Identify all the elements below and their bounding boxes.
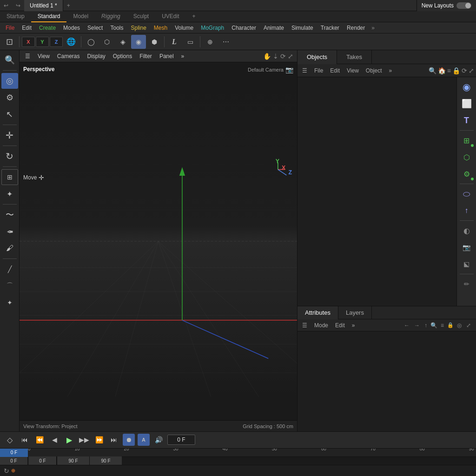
attr-fwd-icon[interactable]: →: [413, 322, 421, 329]
tl-play-btn[interactable]: ▶: [63, 434, 75, 446]
attr-up-icon[interactable]: ↑: [423, 322, 429, 329]
toolbar-mesh-btn[interactable]: ⬢: [147, 35, 162, 49]
expand-icon[interactable]: ⤢: [469, 67, 474, 74]
obj-cube-btn[interactable]: ⬜: [458, 96, 475, 112]
left-live-sel[interactable]: ◎: [1, 73, 18, 89]
coord-z[interactable]: Z: [50, 37, 63, 47]
viewport-canvas[interactable]: Perspective Default Camera 📷 Move ✛: [20, 62, 297, 420]
obj-arrow-btn[interactable]: ↑: [458, 203, 475, 218]
menu-character[interactable]: Character: [228, 22, 260, 33]
toolbar-move-snap[interactable]: ⊕: [203, 35, 218, 49]
left-gear-btn[interactable]: ⚙: [1, 90, 18, 106]
tab-sculpt[interactable]: Sculpt: [127, 11, 155, 22]
attr-hamburger[interactable]: ☰: [299, 320, 310, 331]
tab-model[interactable]: Model: [66, 11, 95, 22]
add-tab-btn[interactable]: +: [63, 2, 74, 9]
left-multi-btn[interactable]: ✦: [1, 186, 18, 202]
tab-attributes[interactable]: Attributes: [298, 306, 338, 319]
attr-lock2-icon[interactable]: 🔒: [447, 322, 454, 329]
menu-spline[interactable]: Spline: [127, 22, 150, 33]
left-particles-btn[interactable]: ✦: [1, 295, 18, 311]
vp-refresh-icon[interactable]: ⟳: [280, 53, 286, 60]
toolbar-more-btn[interactable]: ⋯: [218, 35, 233, 49]
attr-menu-more[interactable]: »: [349, 320, 358, 331]
vp-menu-panel[interactable]: Panel: [158, 53, 176, 60]
tl-current-frame[interactable]: 0 F: [167, 435, 195, 445]
tl-record-btn[interactable]: ⏺: [123, 434, 135, 446]
toolbar-world-btn[interactable]: 🌐: [64, 35, 79, 49]
menu-more[interactable]: »: [369, 25, 377, 31]
toolbar-sphere-btn[interactable]: ◉: [131, 35, 146, 49]
menu-select[interactable]: Select: [84, 22, 106, 33]
tl-key-icon[interactable]: ◇: [4, 434, 16, 446]
attr-menu-edit[interactable]: Edit: [332, 320, 348, 331]
timeline-frames[interactable]: 0 F 0 10 20 30 40 50 60 70 80 90 0 F: [0, 449, 476, 465]
vp-menu-view[interactable]: View: [36, 53, 52, 60]
tab-rigging[interactable]: Rigging: [95, 11, 127, 22]
obj-menu-view[interactable]: View: [344, 66, 362, 76]
menu-tracker[interactable]: Tracker: [317, 22, 343, 33]
vp-expand-icon[interactable]: ⤢: [288, 53, 293, 60]
tl-fwd-btn[interactable]: ▶▶: [78, 434, 90, 446]
menu-animate[interactable]: Animate: [260, 22, 288, 33]
toolbar-rect-btn[interactable]: ▭: [183, 35, 198, 49]
tab-standard[interactable]: Standard: [31, 11, 67, 22]
menu-render[interactable]: Render: [343, 22, 369, 33]
home-icon[interactable]: 🏠: [438, 67, 446, 74]
vp-hand-icon[interactable]: ✋: [263, 53, 271, 60]
tl-step-start-btn[interactable]: ⏮: [19, 434, 31, 446]
attr-list-icon[interactable]: ≡: [439, 322, 445, 329]
tab-uvedit[interactable]: UVEdit: [155, 11, 185, 22]
left-rotate-btn[interactable]: ↻: [1, 148, 18, 164]
attr-back-icon[interactable]: ←: [403, 322, 411, 329]
obj-camera-btn[interactable]: 📷: [458, 239, 475, 255]
menu-mograph[interactable]: MoGraph: [197, 22, 228, 33]
obj-sphere-btn[interactable]: ◉: [458, 79, 475, 95]
attr-circle-icon[interactable]: ◎: [456, 322, 463, 329]
coord-x[interactable]: X: [22, 37, 35, 47]
obj-arc-btn[interactable]: ◐: [458, 223, 475, 238]
menu-mesh[interactable]: Mesh: [150, 22, 171, 33]
tl-back-btn[interactable]: ◀: [48, 434, 60, 446]
menu-modes[interactable]: Modes: [60, 22, 84, 33]
obj-display-btn[interactable]: ⬕: [458, 256, 475, 272]
coord-y[interactable]: Y: [36, 37, 49, 47]
vp-menu-filter[interactable]: Filter: [138, 53, 154, 60]
tab-layers[interactable]: Layers: [338, 306, 372, 319]
obj-edit-btn[interactable]: ✏: [458, 276, 475, 292]
left-brush-btn[interactable]: 🖌: [1, 240, 18, 256]
left-curve-btn[interactable]: ⌒: [1, 278, 18, 294]
vp-menu-cameras[interactable]: Cameras: [55, 53, 82, 60]
toolbar-snap-btn[interactable]: ⊡: [2, 35, 17, 49]
tab-add-workflow[interactable]: +: [186, 11, 202, 22]
tl-prev-key-btn[interactable]: ⏪: [33, 434, 46, 446]
viewport-area[interactable]: ☰ View Cameras Display Options Filter Pa…: [20, 50, 297, 431]
vp-down-icon[interactable]: ⇣: [273, 53, 278, 60]
obj-effector-btn[interactable]: ⚙: [458, 166, 475, 182]
attr-search-icon[interactable]: 🔍: [430, 322, 437, 329]
tl-next-key-btn[interactable]: ⏩: [93, 434, 105, 446]
vp-menu-options[interactable]: Options: [111, 53, 134, 60]
menu-tools[interactable]: Tools: [106, 22, 127, 33]
toolbar-l-btn[interactable]: L: [167, 35, 182, 49]
toolbar-subdiv-btn[interactable]: ◈: [115, 35, 130, 49]
search-icon[interactable]: 🔍: [429, 67, 436, 74]
undo-btn[interactable]: ↩: [0, 0, 12, 11]
lock-icon[interactable]: 🔒: [452, 67, 460, 74]
obj-menu-edit[interactable]: Edit: [327, 66, 343, 76]
menu-simulate[interactable]: Simulate: [288, 22, 317, 33]
left-scale-btn[interactable]: ⊞: [1, 169, 18, 185]
layouts-toggle[interactable]: [456, 2, 471, 9]
document-tab-active[interactable]: Untitled 1 *: [24, 0, 63, 11]
obj-deformer-btn[interactable]: ⬡: [458, 149, 475, 165]
obj-menu-object[interactable]: Object: [363, 66, 385, 76]
tl-audio-btn[interactable]: 🔊: [152, 434, 165, 446]
menu-create[interactable]: Create: [35, 22, 60, 33]
menu-edit[interactable]: Edit: [18, 22, 35, 33]
obj-selection-btn[interactable]: ⊞: [458, 132, 475, 148]
attr-expand2-icon[interactable]: ⤢: [465, 322, 472, 329]
toolbar-poly-btn[interactable]: ⬡: [99, 35, 114, 49]
left-move-btn[interactable]: ✛: [1, 127, 18, 143]
menu-file[interactable]: File: [2, 22, 18, 33]
filter-icon[interactable]: ≡: [447, 67, 451, 74]
